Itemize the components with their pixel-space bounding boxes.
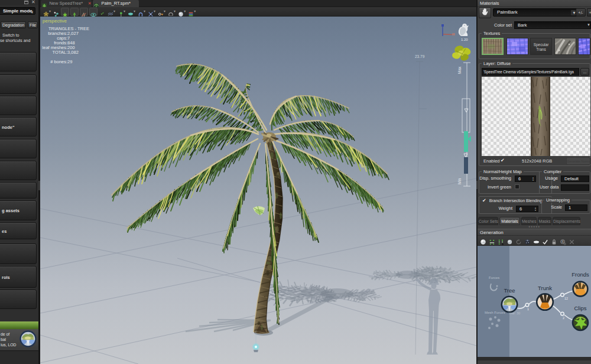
spinner-arrows-icon[interactable]: ▲▼ — [534, 207, 537, 213]
tab-displacements[interactable]: Displacements — [553, 217, 580, 225]
scale-field[interactable]: 1 — [565, 204, 587, 211]
doc-tab-palm-rt[interactable]: Palm_RT.spm* ✕ — [93, 0, 139, 7]
hand-tool-button[interactable] — [479, 7, 491, 18]
sidebar-footer[interactable]: de of bal ius, LOD — [0, 329, 38, 350]
close-tab-icon[interactable]: ✕ — [88, 1, 92, 5]
lasso-tool-button[interactable]: ▾ — [167, 8, 176, 16]
cut-tool-button[interactable]: ▾ — [147, 8, 156, 16]
generation-node-graph[interactable]: Forces Mesh Forces Tree Trunk Fronds Cli… — [478, 246, 591, 360]
check-tool-button[interactable] — [541, 237, 550, 245]
branch-tool-icon — [81, 9, 87, 15]
enabled-checkbox[interactable]: ✔ — [501, 158, 505, 163]
height-ruler — [415, 61, 427, 355]
nodes-green-tool-button[interactable] — [488, 237, 496, 245]
node-clips-label[interactable]: Clips — [563, 305, 591, 311]
tab-degradation[interactable]: Degradation — [1, 21, 26, 28]
node-trunk-label[interactable]: Trunk — [527, 285, 563, 291]
branch-tool-button[interactable] — [80, 8, 88, 16]
texture-slot-specular[interactable]: SpecularTrans — [530, 38, 552, 55]
show-tool-button[interactable] — [89, 8, 98, 16]
sidebar-button[interactable] — [0, 96, 37, 115]
texture-slot-normal[interactable] — [506, 38, 528, 55]
add-remove-material-button[interactable]: +/- — [576, 8, 586, 17]
bone-tool-button[interactable]: B — [558, 237, 567, 245]
leaf-tool-button[interactable] — [61, 8, 69, 16]
tab-materials[interactable]: Materials — [499, 217, 520, 225]
generate-normal-button[interactable]: Generate Normal Map — [566, 157, 590, 165]
sphere-tool-button[interactable]: ▾ — [177, 8, 186, 16]
invert-green-checkbox[interactable] — [515, 184, 519, 189]
dropdown-arrow-icon: ▾ — [174, 9, 176, 13]
tree-tool-button[interactable] — [70, 8, 79, 16]
spinner-arrows-icon[interactable]: ▲▼ — [531, 177, 535, 183]
lock-tool-button[interactable] — [550, 237, 558, 245]
branch-blending-checkbox[interactable]: ✔ — [482, 198, 486, 203]
delete-tool-icon — [569, 237, 575, 243]
disp-smoothing-spinner[interactable]: 6▲▼ — [515, 176, 536, 182]
camera-mode-label[interactable]: perspective — [43, 18, 67, 24]
viewport-3d[interactable]: perspective TRIANGLES - TREE branches:2,… — [40, 17, 476, 364]
weight-label: Weight — [479, 206, 512, 211]
user-data-field[interactable] — [561, 184, 589, 191]
dice-tool-button[interactable] — [523, 237, 532, 245]
texture-path-field[interactable]: 'SpeedTree Cinema v6/Samples/Textures/Pa… — [482, 68, 579, 76]
extra-material-button[interactable]: + — [587, 8, 591, 17]
texture-slot-diffuse[interactable] — [482, 38, 504, 55]
scale-row: Scale 1 — [542, 204, 590, 211]
node-tree-label[interactable]: Tree — [492, 287, 527, 294]
disc-tool-button[interactable]: ▾ — [127, 8, 136, 16]
close-panel-icon[interactable]: ✕ — [31, 0, 35, 5]
footer-line: de of — [1, 332, 16, 337]
sidebar-button[interactable]: g assets — [0, 200, 37, 220]
disc-tool-button[interactable] — [532, 237, 541, 245]
node-fronds-label[interactable]: Fronds — [563, 271, 591, 278]
delete-tool-button[interactable] — [567, 237, 576, 245]
texture-slot-detail[interactable] — [554, 38, 576, 55]
hook-tool-button[interactable]: ▾ — [137, 8, 146, 16]
flower-tool-button[interactable]: ▾ — [43, 8, 51, 16]
sidebar-button[interactable]: rols — [0, 266, 37, 288]
generation-panel-header[interactable]: Generation — [478, 229, 591, 236]
materials-panel-header[interactable]: Materials — [478, 0, 591, 7]
grow-tool-button[interactable]: ▾ — [117, 8, 126, 16]
key-tool-button[interactable]: ▾ — [157, 8, 166, 16]
hook-tool-icon — [138, 9, 144, 15]
rotate-tool-button[interactable] — [514, 237, 523, 245]
dropdown-arrow-icon: ▾ — [164, 9, 165, 13]
sidebar-button[interactable] — [0, 243, 37, 264]
export-tool-button[interactable]: ▾ — [187, 8, 196, 16]
float-panel-icon[interactable] — [24, 1, 28, 4]
frond-cluster-gizmo — [452, 45, 472, 62]
node-tree-icon — [502, 297, 517, 312]
tab-file[interactable]: File — [28, 21, 38, 28]
usage-dropdown[interactable]: Default — [561, 176, 589, 182]
sidebar-button[interactable] — [0, 139, 37, 158]
ball-tool-button[interactable] — [505, 237, 514, 245]
sprout-tool-button[interactable] — [99, 8, 106, 16]
node-trunk-icon — [537, 294, 553, 310]
sidebar-button[interactable]: es — [0, 222, 37, 239]
sidebar-button[interactable] — [0, 161, 37, 180]
tab-color-sets[interactable]: Color Sets — [478, 217, 498, 225]
sidebar-button[interactable] — [0, 52, 37, 72]
sidebar-button[interactable]: node" — [0, 117, 37, 136]
weight-spinner[interactable]: 6▲▼ — [516, 206, 538, 212]
node-edit-tool-button[interactable] — [53, 8, 60, 16]
nodes-green2-tool-button[interactable] — [496, 237, 505, 245]
browse-button[interactable]: ... — [580, 68, 589, 76]
tab-masks[interactable]: Masks — [538, 217, 551, 225]
tab-meshes[interactable]: Meshes — [521, 217, 537, 225]
sidebar-button[interactable] — [0, 182, 37, 199]
sphere-tool-icon — [480, 237, 486, 243]
texture-slot-detail-normal[interactable] — [578, 38, 590, 55]
color-set-dropdown[interactable]: Bark▼ — [514, 21, 591, 29]
sidebar-button[interactable] — [0, 290, 37, 309]
material-select-dropdown[interactable]: PalmBark▼ — [493, 8, 579, 17]
speedtree-window: ✕ Simple mode▾ DegradationFile Switch to… — [0, 0, 591, 364]
simple-mode-dropdown[interactable]: Simple mode▾ — [0, 7, 35, 15]
doc-tab-new-speedtree[interactable]: New SpeedTree* ✕ — [41, 0, 92, 7]
sphere-tool-button[interactable] — [479, 237, 488, 245]
sidebar-button[interactable] — [0, 74, 37, 94]
wind-tool-button[interactable]: ▾ — [107, 8, 116, 16]
bone-tool-icon: B — [560, 237, 566, 243]
